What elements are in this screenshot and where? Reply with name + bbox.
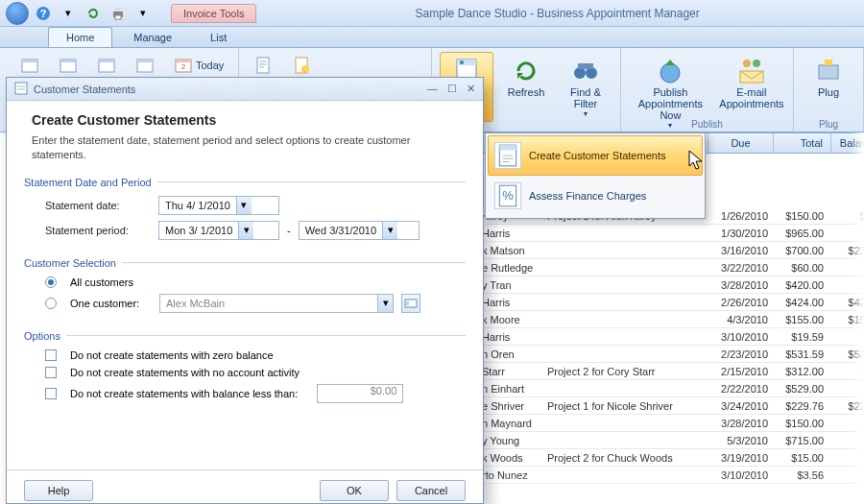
opt-balance-value[interactable]: $0.00 bbox=[317, 384, 403, 403]
find-filter-label: Find & Filter bbox=[565, 86, 606, 109]
section-options: Options Do not create statements with ze… bbox=[24, 330, 466, 409]
customer-select[interactable]: Alex McBain▾ bbox=[159, 294, 394, 313]
help-icon[interactable]: ? bbox=[33, 3, 54, 24]
one-customer-radio[interactable] bbox=[45, 298, 57, 309]
cell-customer: y Tran bbox=[482, 276, 547, 293]
cancel-button[interactable]: Cancel bbox=[396, 480, 466, 501]
opt-activity-check[interactable] bbox=[45, 367, 57, 378]
calendar-icon bbox=[59, 56, 78, 75]
table-row[interactable]: Harris2/26/2010$424.00$424 bbox=[474, 294, 864, 311]
col-header-due[interactable]: Due bbox=[708, 133, 774, 153]
ribbon-doc1[interactable] bbox=[247, 52, 279, 79]
titlebar: ? ▾ ▾ Invoice Tools Sample Dance Studio … bbox=[0, 0, 864, 27]
table-row[interactable]: k WoodsProject 2 for Chuck Woods3/19/201… bbox=[474, 449, 864, 467]
cell-balance bbox=[831, 467, 864, 483]
ribbon-today[interactable]: 2Today bbox=[167, 52, 230, 79]
table-row[interactable]: Harris1/30/2010$965.00 bbox=[474, 225, 864, 242]
cell-due: 2/15/2010 bbox=[708, 363, 774, 379]
chevron-down-icon[interactable]: ▾ bbox=[236, 197, 252, 214]
cell-due: 2/22/2010 bbox=[708, 380, 774, 396]
ribbon-cal4[interactable] bbox=[129, 52, 161, 79]
cell-balance bbox=[831, 415, 864, 431]
ribbon-cal1[interactable] bbox=[13, 52, 46, 79]
plugins-label: Plug bbox=[818, 86, 839, 98]
minimize-icon[interactable]: — bbox=[427, 83, 438, 95]
section-customer: Customer Selection All customers One cus… bbox=[24, 257, 466, 319]
chevron-down-icon[interactable]: ▾ bbox=[58, 3, 79, 24]
svg-rect-37 bbox=[406, 301, 409, 305]
table-row[interactable]: rto Nunez3/10/2010$3.56 bbox=[474, 467, 864, 484]
cell-total: $19.59 bbox=[774, 328, 831, 345]
cell-total: $150.00 bbox=[774, 207, 831, 224]
ribbon-cal2[interactable] bbox=[52, 52, 84, 79]
table-row[interactable]: n Oren2/23/2010$531.59$531 bbox=[474, 346, 864, 363]
table-row[interactable]: k Matson3/16/2010$700.00$238 bbox=[474, 242, 864, 259]
table-row[interactable]: k Moore4/3/2010$155.00$155 bbox=[474, 311, 864, 328]
menu-create-statements[interactable]: Create Customer Statements bbox=[488, 135, 703, 176]
menu-assess-charges[interactable]: % Assess Finance Charges bbox=[488, 176, 703, 216]
cell-project bbox=[547, 415, 708, 431]
table-row[interactable]: n Maynard3/28/2010$150.00 bbox=[474, 415, 864, 432]
col-header-balance[interactable]: Balan bbox=[831, 133, 864, 153]
cell-balance bbox=[831, 259, 864, 276]
table-row[interactable]: Harris3/10/2010$19.59 bbox=[474, 328, 864, 346]
svg-rect-24 bbox=[578, 63, 593, 69]
dialog-titlebar[interactable]: Customer Statements — ☐ ✕ bbox=[7, 78, 483, 101]
table-row[interactable]: e Rutledge3/22/2010$60.00 bbox=[474, 259, 864, 276]
ribbon-doc2[interactable] bbox=[285, 52, 318, 79]
chevron-down-icon[interactable]: ▾ bbox=[382, 222, 397, 239]
cell-customer: rto Nunez bbox=[482, 467, 547, 483]
svg-rect-32 bbox=[499, 145, 516, 150]
svg-rect-30 bbox=[825, 60, 832, 65]
svg-rect-4 bbox=[115, 15, 121, 19]
cell-customer: k Woods bbox=[482, 449, 547, 466]
opt-balance-check[interactable] bbox=[45, 388, 57, 399]
plugins-button[interactable]: Plug bbox=[802, 52, 855, 102]
chevron-down-icon[interactable]: ▾ bbox=[238, 222, 253, 239]
customer-lookup-button[interactable] bbox=[401, 294, 420, 313]
app-orb[interactable] bbox=[6, 2, 29, 25]
cell-total: $15.00 bbox=[774, 449, 831, 466]
invoice-tools-tab[interactable]: Invoice Tools bbox=[171, 4, 256, 23]
tab-manage[interactable]: Manage bbox=[116, 28, 189, 47]
refresh-icon[interactable] bbox=[83, 3, 104, 24]
group-label-publish: Publish bbox=[621, 119, 793, 130]
maximize-icon[interactable]: ☐ bbox=[447, 83, 457, 95]
ribbon-cal3[interactable] bbox=[90, 52, 123, 79]
legend-options: Options bbox=[24, 330, 466, 342]
cell-due: 3/19/2010 bbox=[708, 449, 774, 466]
qat-dropdown-icon[interactable]: ▾ bbox=[132, 3, 154, 24]
refresh-button[interactable]: Refresh bbox=[499, 52, 553, 122]
help-button[interactable]: Help bbox=[24, 480, 93, 501]
cell-project bbox=[547, 432, 708, 448]
table-row[interactable]: n Einhart2/22/2010$529.00 bbox=[474, 380, 864, 397]
cell-total: $529.00 bbox=[774, 380, 831, 396]
table-row[interactable]: e ShriverProject 1 for Nicole Shriver3/2… bbox=[474, 397, 864, 415]
cell-project bbox=[547, 242, 708, 258]
opt-zero-check[interactable] bbox=[45, 349, 57, 361]
cell-project: Project 2 for Cory Starr bbox=[547, 363, 708, 379]
tab-home[interactable]: Home bbox=[48, 27, 112, 47]
col-header-total[interactable]: Total bbox=[774, 133, 831, 153]
close-icon[interactable]: ✕ bbox=[467, 83, 475, 95]
find-filter-button[interactable]: Find & Filter▾ bbox=[559, 52, 612, 122]
print-icon[interactable] bbox=[108, 3, 129, 24]
table-row[interactable]: y Young5/3/2010$715.00 bbox=[474, 432, 864, 449]
cell-customer: n Maynard bbox=[482, 415, 547, 431]
cell-due: 3/22/2010 bbox=[708, 259, 774, 276]
cell-total: $420.00 bbox=[774, 276, 831, 293]
stmt-date-input[interactable]: Thu 4/ 1/2010▾ bbox=[158, 196, 279, 215]
svg-point-21 bbox=[460, 60, 464, 64]
cell-due: 3/10/2010 bbox=[708, 467, 774, 483]
svg-rect-3 bbox=[115, 8, 121, 12]
table-row[interactable]: StarrProject 2 for Cory Starr2/15/2010$3… bbox=[474, 363, 864, 380]
percent-icon: % bbox=[494, 182, 521, 209]
ok-button[interactable]: OK bbox=[320, 480, 389, 501]
all-customers-radio[interactable] bbox=[45, 276, 57, 288]
stmt-period-to-input[interactable]: Wed 3/31/2010▾ bbox=[299, 221, 420, 240]
svg-rect-10 bbox=[99, 60, 114, 62]
stmt-period-from-input[interactable]: Mon 3/ 1/2010▾ bbox=[158, 221, 279, 240]
table-row[interactable]: y Tran3/28/2010$420.00 bbox=[474, 276, 864, 294]
chevron-down-icon[interactable]: ▾ bbox=[377, 295, 393, 312]
tab-list[interactable]: List bbox=[193, 28, 244, 47]
